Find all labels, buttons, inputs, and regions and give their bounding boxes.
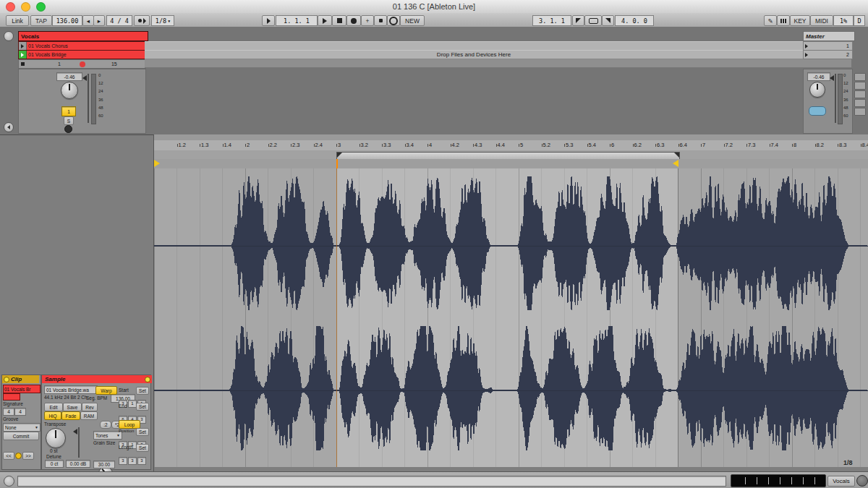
track-select-button[interactable]: Vocals [827,476,855,487]
show-mixer-button[interactable] [854,99,866,107]
stop-button[interactable] [332,15,346,26]
nudge-back-button[interactable]: << [3,452,14,460]
cue-headphone-button[interactable] [809,106,826,116]
clip-playing-button[interactable] [19,51,27,59]
session-record-button[interactable] [387,15,400,26]
overview-toggle-button[interactable] [4,31,14,41]
clip-launch-button[interactable] [19,42,27,50]
loop-end-handle[interactable] [674,153,679,158]
punch-out-button[interactable] [602,15,614,26]
edit-button[interactable]: Edit [44,403,63,411]
play-button[interactable] [318,15,332,26]
clip-active-dot[interactable] [4,377,9,382]
midi-map-button[interactable]: MIDI [810,15,833,26]
commit-button[interactable]: Commit [3,432,39,440]
clip-color-chooser[interactable] [3,393,20,401]
warp-button[interactable]: Warp [95,386,117,395]
loop-length-display[interactable]: 4. 0. 0 [615,15,654,26]
quantization-menu[interactable]: 1/8▼ [151,15,174,26]
solo-button[interactable]: S [64,116,74,125]
beat-time-box[interactable]: 3 [128,457,137,465]
fade-button[interactable]: Fade [61,411,80,420]
back-to-arrangement-button[interactable] [4,122,14,132]
tap-tempo-button[interactable]: TAP [30,15,52,26]
loop-switch-button[interactable] [584,15,602,26]
gain-slider[interactable] [78,427,80,458]
pan-knob[interactable] [61,82,78,99]
capture-new-scene-button[interactable]: NEW [400,15,425,26]
sample-panel-header[interactable]: Sample [42,375,152,383]
info-view-toggle[interactable] [4,476,14,487]
track-header[interactable]: Vocals [18,31,148,41]
save-button[interactable]: Save [63,403,82,411]
start-set-button[interactable]: Set [136,387,149,395]
nudge-forward-button[interactable]: >> [22,452,34,460]
waveform-display[interactable] [154,168,868,467]
scene-row-2[interactable]: Drop Files and Devices Here [145,50,803,59]
computer-midi-keyboard-button[interactable] [777,15,790,26]
show-io-button[interactable] [854,73,866,81]
automation-arm-button[interactable] [374,15,387,26]
hiq-button[interactable]: HiQ [44,411,61,420]
position-set-button[interactable]: Set [136,428,149,436]
clip-start-marker[interactable] [154,160,160,167]
track-activator-button[interactable]: 1 [61,106,76,116]
volume-value-box[interactable]: -0.46 [56,72,82,81]
detune-box[interactable]: 0 ct [45,460,64,468]
scene-2[interactable]: 2 [803,50,853,59]
draw-mode-button[interactable]: ✎ [764,15,777,26]
overdub-button[interactable]: + [361,15,374,26]
master-volume-fader[interactable] [835,74,836,123]
subpanel-toggle-dot[interactable] [15,453,22,459]
disk-overload-indicator: D [854,15,865,26]
reverse-button[interactable]: Rev [82,403,98,411]
nudge-up-button[interactable]: ▸ [93,15,105,26]
show-sends-button[interactable] [854,82,866,90]
master-pan-knob[interactable] [809,82,825,98]
groove-selector[interactable]: None▼ [3,423,41,432]
playhead-marker[interactable] [336,159,338,168]
signature-numerator-box[interactable]: 4 [3,408,14,416]
signature-denominator-box[interactable]: 4 [14,408,26,416]
volume-fader[interactable] [88,74,89,123]
show-returns-button[interactable] [854,90,866,98]
scrub-strip[interactable] [154,134,868,140]
clip-end-marker[interactable] [673,160,678,167]
gain-slider-handle[interactable] [73,429,77,435]
clip-name-field[interactable]: 01 Vocals Br [3,385,41,393]
clip-panel-header[interactable]: Clip [2,375,39,383]
nudge-down-button[interactable]: ◂ [82,15,94,26]
follow-button[interactable] [262,15,275,26]
loop-start-display[interactable]: 3. 1. 1 [532,15,571,26]
half-tempo-button[interactable]: :2 [100,421,111,429]
length-set-button[interactable]: Set [136,444,149,452]
punch-in-button[interactable] [572,15,584,26]
loop-start-handle[interactable] [337,153,342,158]
time-signature-display[interactable]: 4 / 4 [106,15,132,26]
key-map-button[interactable]: KEY [790,15,810,26]
master-fader-handle[interactable] [830,75,834,81]
arm-record-button[interactable] [64,125,72,133]
gain-value-box[interactable]: 0.00 dB [66,460,90,468]
master-volume-value-box[interactable]: -0.46 [807,72,830,81]
link-button[interactable]: Link [6,15,29,26]
detail-toggle-circle[interactable] [856,475,868,487]
volume-fader-handle[interactable] [82,75,87,81]
warp-mode-selector[interactable]: Tones▼ [93,431,122,440]
tempo-display[interactable]: 136.00 [52,15,82,26]
record-button[interactable] [346,15,361,26]
show-crossfader-button[interactable] [854,108,866,116]
clip-stop-button[interactable] [21,62,25,66]
clip-name: 01 Vocals Bridge [27,51,145,59]
beat-time-box[interactable]: 3 [137,457,146,465]
clip-slot-bridge[interactable]: 01 Vocals Bridge [18,50,146,59]
beat-time-box[interactable]: 3 [119,457,127,465]
master-track-header[interactable]: Master [803,31,855,41]
metronome-button[interactable] [134,15,150,26]
transpose-knob[interactable] [46,428,66,448]
sample-active-dot[interactable] [145,377,150,382]
ram-button[interactable]: RAM [80,411,98,420]
grain-size-box[interactable]: 30.00 [93,461,115,468]
beat-time-ruler[interactable]: 1.21.31.422.22.32.433.23.33.444.24.34.45… [154,140,868,151]
end-set-button[interactable]: Set [136,403,149,411]
